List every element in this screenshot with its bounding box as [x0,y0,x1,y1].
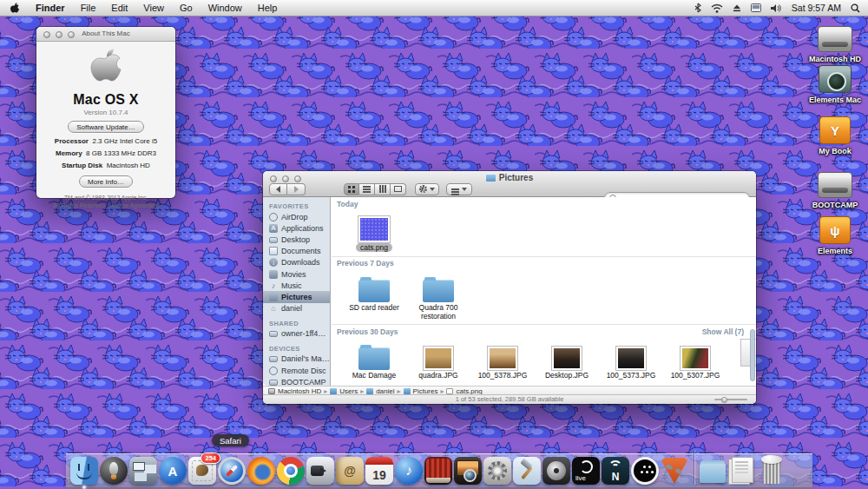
dock-firefox[interactable] [247,457,276,485]
apple-menu-icon[interactable] [0,3,28,14]
remote-disc-icon [269,367,278,375]
sidebar-label: Music [281,281,302,290]
sidebar-item-applications[interactable]: AApplications [263,222,330,234]
software-update-button[interactable]: Software Update… [68,121,144,133]
menu-finder[interactable]: Finder [28,0,73,16]
dock-system-preferences[interactable] [483,457,512,485]
folder-mac-damage[interactable]: Mac Damage [342,339,406,380]
spec-memory-label: Memory [56,149,82,157]
forward-button[interactable] [287,183,306,195]
internal-drive-icon [818,172,852,198]
section-today: Today cats.png [332,197,756,256]
vertical-scrollbar[interactable] [750,329,755,381]
sidebar-item-airdrop[interactable]: AirDrop [263,211,330,222]
sidebar-item-daniels-mac[interactable]: Daniel's Ma… [263,354,330,365]
dock-ableton-live[interactable]: live [571,457,601,485]
show-all-link[interactable]: Show All (7) [702,327,744,336]
wifi-icon[interactable] [711,3,723,13]
dock-mail[interactable]: 254 [187,457,217,485]
usb-glyph: ψ [830,223,839,238]
more-info-button[interactable]: More Info… [79,175,133,188]
app-store-letter: A [168,464,178,479]
dock-app-store[interactable]: A [158,457,187,485]
dock-ical[interactable]: 19 [365,457,394,485]
live-label: live [575,474,586,482]
file-cats-png[interactable]: cats.png [342,211,406,253]
sidebar-item-documents[interactable]: Documents [263,246,330,257]
desktop-icon-my-book[interactable]: Y My Book [800,115,868,155]
dock-iphoto[interactable] [453,457,483,485]
menu-view[interactable]: View [135,0,172,16]
dock-mission-control[interactable] [128,457,158,485]
input-menu-icon[interactable] [751,3,761,12]
folder-sd-card-reader[interactable]: SD card reader [342,271,406,313]
dock-folder-stack[interactable] [698,457,727,485]
spotlight-icon[interactable] [851,3,860,13]
desktop-icon-bootcamp[interactable]: BOOTCAMP [800,169,868,209]
arrange-menu-button[interactable] [446,183,472,195]
contacts-icon: @ [336,457,364,485]
sidebar-item-remote-disc[interactable]: Remote Disc [263,365,330,376]
dock-alien-app[interactable] [660,457,689,485]
pictures-icon [269,293,278,301]
apple-logo [87,47,125,87]
folder-quadra-700-restoration[interactable]: Quadra 700 restoration [406,271,470,321]
dock-itunes[interactable]: ♪ [394,457,424,485]
file-desktop-jpg[interactable]: Desktop.JPG [535,339,599,380]
file-icon [446,388,453,394]
dock-photo-booth[interactable] [424,457,453,485]
dock-facetime[interactable] [306,457,335,485]
copyright-line2: All Rights Reserved. License Agreement [53,202,159,208]
desktop-icon-elements[interactable]: ψ Elements [800,215,868,255]
sidebar-item-pictures[interactable]: Pictures [263,291,330,302]
action-menu-button[interactable] [415,183,439,195]
desktop-icon-macintosh-hd[interactable]: Macintosh HD [800,23,868,63]
dock-safari[interactable] [217,457,247,485]
back-button[interactable] [269,183,287,195]
menu-window[interactable]: Window [201,0,250,16]
close-button[interactable] [43,31,50,38]
icon-size-slider[interactable] [714,399,747,400]
menu-edit[interactable]: Edit [103,0,135,16]
column-view-button[interactable] [375,183,391,195]
view-switcher [344,183,406,195]
sidebar-item-daniel[interactable]: ⌂daniel [263,303,330,314]
desktop-icon-elements-mac[interactable]: Elements Mac [800,63,868,104]
file-100-5373-jpg[interactable]: 100_5373.JPG [599,339,663,380]
file-100-5378-jpg[interactable]: 100_5378.JPG [470,339,535,380]
icon-view-button[interactable] [344,183,359,195]
minimize-button[interactable] [56,31,62,38]
dock-chrome[interactable] [276,457,306,485]
photo-thumbnail [681,347,710,370]
dock-trash[interactable] [757,457,786,485]
eject-icon[interactable] [733,3,741,12]
dock-finder[interactable] [69,457,99,485]
dock-documents-stack[interactable] [727,457,757,485]
file-label: 100_5378.JPG [470,372,535,380]
zoom-button[interactable] [68,31,75,38]
dock-midi-app[interactable] [630,457,660,485]
sidebar-item-music[interactable]: ♪Music [263,280,330,291]
sidebar-item-movies[interactable]: Movies [263,268,330,280]
sidebar-item-bootcamp[interactable]: BOOTCAMP [263,376,330,386]
dock-xcode[interactable] [512,457,542,485]
menu-clock[interactable]: Sat 9:57 AM [792,3,841,13]
sidebar-item-owner-1ff4[interactable]: owner-1ff4… [263,328,330,340]
menu-help[interactable]: Help [250,0,286,16]
dock-launchpad[interactable] [99,457,128,485]
dock-contacts[interactable]: @ [335,457,365,485]
bluetooth-icon[interactable] [694,3,701,13]
file-quadra-jpg[interactable]: quadra.JPG [406,339,470,380]
sidebar-item-downloads[interactable]: ↓Downloads [263,257,330,268]
list-view-button[interactable] [359,183,375,195]
document-pages-icon [732,457,753,483]
menu-go[interactable]: Go [172,0,201,16]
volume-icon[interactable] [771,3,782,13]
coverflow-view-button[interactable] [391,183,406,195]
sidebar-item-desktop[interactable]: Desktop [263,234,330,245]
dock-netspot[interactable]: N [601,457,630,485]
finder-titlebar[interactable]: Pictures [263,171,756,197]
menu-file[interactable]: File [73,0,104,16]
dock-logic[interactable] [542,457,571,485]
file-100-5307-jpg[interactable]: 100_5307.JPG [663,339,727,380]
